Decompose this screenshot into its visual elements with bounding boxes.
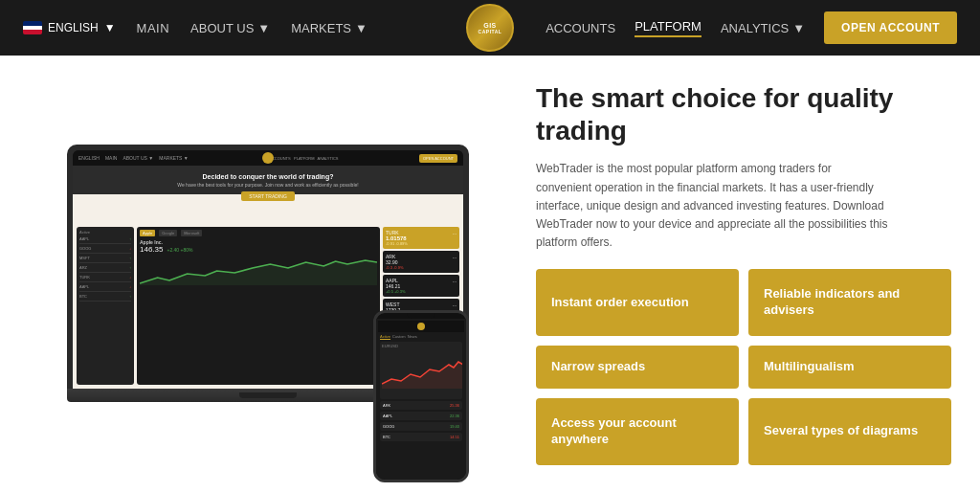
features-grid: Instant order execution Reliable indicat…: [536, 269, 951, 464]
main-content: ENGLISH MAIN ABOUT US ▼ MARKETS ▼ ACCOUN…: [0, 56, 980, 492]
feature-several-diagrams[interactable]: Several types of diagrams: [748, 398, 951, 465]
phone-chart-svg: [382, 350, 462, 389]
laptop-logo-small: [262, 152, 274, 164]
panel-row-2: GOOG↓: [79, 246, 131, 254]
language-selector[interactable]: ENGLISH ▼: [23, 21, 116, 34]
nav-analytics-label: ANALYTICS: [721, 21, 789, 35]
nav-analytics[interactable]: ANALYTICS ▼: [721, 21, 805, 35]
panel-row-3: MSFT↑: [79, 256, 131, 263]
chart-svg: [140, 257, 377, 285]
forex-turk-change: -0.91 -0.89%: [386, 241, 457, 246]
phone-chart-label: EURUSD: [382, 344, 460, 348]
phone-list-item-4: BTC14.51: [380, 433, 462, 441]
feature-multilingualism[interactable]: Multilingualism: [748, 346, 951, 389]
laptop-nav-about: ABOUT US ▼: [122, 155, 153, 161]
chart-tabs: Apple Google Microsoft: [140, 230, 377, 236]
open-account-button[interactable]: OPEN ACCOUNT: [824, 11, 957, 44]
phone-tab-news: News: [408, 334, 417, 340]
panel-row-1: AAPL↑: [79, 236, 131, 244]
nav-about-label: ABOUT US: [190, 21, 254, 35]
phone-list: ARK25.36 AAPL22.36 GOOG19.40 BTC14.51: [380, 401, 462, 441]
nav-markets-label: MARKETS: [291, 21, 351, 35]
stock-price: 146.35: [140, 245, 163, 254]
laptop-open-btn: OPEN ACCOUNT: [419, 154, 457, 163]
laptop-nav-items: ENGLISH MAIN ABOUT US ▼ MARKETS ▼: [78, 155, 189, 161]
phone-tabs: Active Custom News: [380, 334, 462, 340]
panel-row-7: BTC↑: [79, 294, 131, 302]
forex-3-change: +0.5 +0.3%: [386, 289, 457, 294]
logo[interactable]: GIS CAPITAL: [466, 4, 514, 52]
feature-reliable-indicators[interactable]: Reliable indicators and advisers: [748, 269, 951, 336]
laptop-left-panel: Active AAPL↑ GOOG↓ MSFT↑: [77, 227, 134, 385]
navbar: ENGLISH ▼ MAIN ABOUT US ▼ MARKETS ▼ GIS …: [0, 0, 980, 56]
phone-chart-area: EURUSD: [380, 342, 462, 399]
nav-right: ACCOUNTS PLATFORM ANALYTICS ▼ OPEN ACCOU…: [546, 11, 957, 44]
phone-tab-custom: Custom: [392, 334, 406, 340]
laptop-navbar: ENGLISH MAIN ABOUT US ▼ MARKETS ▼ ACCOUN…: [73, 150, 463, 166]
laptop-hero-sub: We have the best tools for your purpose.…: [177, 182, 358, 188]
forex-box-2: ARK... 32.90 -0.3 -0.9%: [383, 251, 459, 273]
laptop-main-chart: Apple Google Microsoft Apple Inc. 146.35…: [137, 227, 380, 385]
lang-arrow: ▼: [104, 21, 116, 34]
laptop-nav-english: ENGLISH: [78, 155, 100, 161]
phone-nav: [378, 321, 464, 332]
nav-main[interactable]: MAIN: [137, 21, 170, 35]
phone-list-item-1: ARK25.36: [380, 401, 462, 410]
forex-2-change: -0.3 -0.9%: [386, 265, 457, 270]
phone-list-item-3: GOOG19.40: [380, 422, 462, 431]
laptop-nav-main: MAIN: [105, 155, 118, 161]
forex-box-3: AAPL... 146.21 +0.5 +0.3%: [383, 275, 459, 297]
stock-change: +2.40 +80%: [167, 247, 192, 253]
stock-price-row: 146.35 +2.40 +80%: [140, 245, 377, 254]
device-mockups-section: ENGLISH MAIN ABOUT US ▼ MARKETS ▼ ACCOUN…: [0, 56, 517, 492]
panel-label: Active: [79, 230, 131, 235]
laptop-hero-title: Decided to conquer the world of trading?: [203, 173, 334, 180]
phone-tab-active: Active: [380, 334, 390, 340]
panel-row-4: ARZ↑: [79, 265, 131, 273]
nav-markets[interactable]: MARKETS ▼: [291, 21, 368, 35]
laptop-hero: Decided to conquer the world of trading?…: [73, 166, 463, 223]
laptop-hero-btn: START TRADING: [241, 191, 295, 201]
logo-circle: GIS CAPITAL: [466, 4, 514, 52]
panel-row-6: AAPL↓: [79, 284, 131, 292]
chart-tab-apple: Apple: [140, 230, 155, 236]
phone-content: Active Custom News EURUSD ARK25.36: [378, 332, 464, 443]
chart-tab-google: Google: [159, 230, 177, 236]
laptop-nav-markets: MARKETS ▼: [159, 155, 189, 161]
nav-platform[interactable]: PLATFORM: [635, 19, 702, 37]
feature-instant-order[interactable]: Instant order execution: [536, 269, 739, 336]
lang-label: ENGLISH: [48, 21, 99, 34]
nav-about-arrow: ▼: [257, 21, 270, 35]
phone-logo: [417, 323, 425, 330]
feature-access-account[interactable]: Access your account anywhere: [536, 398, 739, 465]
hero-title: The smart choice for quality trading: [536, 82, 951, 146]
phone-list-item-2: AAPL22.36: [380, 412, 462, 420]
laptop-nav-right: ACCOUNTS PLATFORM ANALYTICS: [269, 156, 338, 161]
nav-left: ENGLISH ▼ MAIN ABOUT US ▼ MARKETS ▼: [23, 21, 368, 35]
mini-chart: [140, 257, 377, 285]
phone-mockup: Active Custom News EURUSD ARK25.36: [373, 310, 469, 482]
nav-about[interactable]: ABOUT US ▼: [190, 21, 270, 35]
feature-narrow-spreads[interactable]: Narrow spreads: [536, 346, 739, 389]
laptop-notch: [239, 392, 297, 398]
chart-tab-microsoft: Microsoft: [181, 230, 202, 236]
flag-icon: [23, 21, 42, 34]
phone-screen: Active Custom News EURUSD ARK25.36: [376, 319, 466, 480]
right-section: The smart choice for quality trading Web…: [517, 56, 980, 492]
hero-description: WebTrader is the most popular platform a…: [536, 160, 890, 252]
nav-accounts[interactable]: ACCOUNTS: [546, 21, 615, 35]
forex-box-turk: TURK ... 1.01578 -0.91 -0.89%: [383, 227, 459, 249]
nav-analytics-arrow: ▼: [792, 21, 805, 35]
nav-markets-arrow: ▼: [355, 21, 368, 35]
panel-row-5: TURK↓: [79, 275, 131, 282]
